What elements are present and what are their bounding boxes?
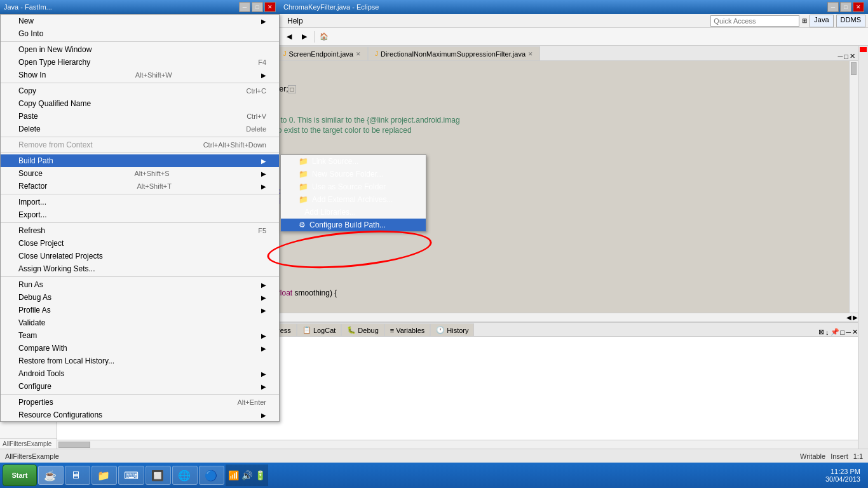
ctx-resource-configs[interactable]: Resource Configurations ▶ [1, 409, 279, 421]
ctx-refresh[interactable]: Refresh F5 [1, 224, 279, 237]
bp-new-source-folder-icon: 📁 [299, 170, 308, 179]
bp-link-source[interactable]: 📁 Link Source... [281, 155, 426, 168]
taskbar-app1-icon: 🔲 [151, 470, 164, 482]
taskbar-sys-tray: 📶 🔊 🔋 [226, 464, 268, 486]
ctx-validate[interactable]: Validate [1, 316, 279, 329]
ctx-remove-context: Remove from Context Ctrl+Alt+Shift+Down [1, 139, 279, 151]
bp-configure-build-path[interactable]: ⚙ Configure Build Path... [281, 219, 426, 231]
ctx-paste-shortcut: Ctrl+V [247, 112, 266, 120]
ctx-properties-label: Properties [18, 398, 53, 407]
taskbar-chrome[interactable]: 🌐 [172, 466, 198, 485]
ctx-android-tools-arrow: ▶ [261, 370, 266, 377]
ctx-refactor[interactable]: Refactor Alt+Shift+T ▶ [1, 180, 279, 193]
taskbar-monitor[interactable]: 🖥 [65, 466, 90, 485]
ctx-source-arrow: ▶ [261, 170, 266, 177]
ctx-delete[interactable]: Delete Delete [1, 123, 279, 135]
ctx-refactor-arrow: ▶ [261, 183, 266, 190]
bp-new-source-folder-label: New Source Folder... [312, 170, 383, 179]
clock-date: 30/04/2013 [825, 475, 860, 483]
ctx-delete-label: Delete [18, 125, 41, 133]
ctx-restore-local[interactable]: Restore from Local History... [1, 355, 279, 367]
ctx-copy-qualified[interactable]: Copy Qualified Name [1, 97, 279, 110]
ctx-open-new-window[interactable]: Open in New Window [1, 46, 279, 56]
ctx-delete-shortcut: Delete [246, 125, 266, 133]
bp-add-external[interactable]: 📁 Add External Archives... [281, 193, 426, 206]
ctx-compare-with-label: Compare With [18, 344, 67, 353]
ctx-android-tools-label: Android Tools [18, 369, 65, 378]
taskbar-app2[interactable]: 🔵 [199, 466, 224, 485]
bp-configure-icon: ⚙ [299, 220, 306, 229]
ctx-android-tools[interactable]: Android Tools ▶ [1, 367, 279, 380]
ctx-profile-as[interactable]: Profile As ▶ [1, 304, 279, 316]
taskbar-java[interactable]: ☕ [38, 466, 64, 485]
ctx-build-path-arrow: ▶ [261, 158, 266, 165]
taskbar-cmd[interactable]: ⌨ [118, 466, 144, 485]
taskbar-explorer[interactable]: 📁 [92, 466, 117, 485]
ctx-team-label: Team [18, 331, 37, 340]
ctx-source-shortcut: Alt+Shift+S [134, 170, 169, 177]
ctx-run-as-label: Run As [18, 280, 43, 289]
ctx-copy-shortcut: Ctrl+C [247, 87, 266, 95]
build-path-submenu: 📁 Link Source... 📁 New Source Folder... … [280, 154, 426, 232]
ctx-close-project[interactable]: Close Project [1, 237, 279, 250]
ctx-export[interactable]: Export... [1, 208, 279, 221]
ctx-build-path[interactable]: Build Path ▶ 📁 Link Source... 📁 New Sour… [1, 154, 279, 167]
ctx-export-label: Export... [18, 210, 47, 219]
ctx-configure[interactable]: Configure ▶ [1, 380, 279, 393]
ctx-copy-label: Copy [18, 86, 36, 95]
taskbar-app2-icon: 🔵 [205, 470, 217, 482]
taskbar-java-icon: ☕ [44, 470, 57, 482]
taskbar-cmd-icon: ⌨ [124, 470, 139, 482]
ctx-assign-working-sets-label: Assign Working Sets... [18, 264, 95, 273]
ctx-refactor-label: Refactor [18, 182, 47, 191]
ctx-open-type-hierarchy[interactable]: Open Type Hierarchy F4 [1, 56, 279, 69]
ctx-debug-as-arrow: ▶ [261, 294, 266, 301]
ctx-copy[interactable]: Copy Ctrl+C [1, 85, 279, 97]
bp-add-libraries-label: Add Libraries... [304, 208, 356, 217]
bp-use-as-source-label: Use as Source Folder [312, 182, 386, 191]
ctx-open-new-window-label: Open in New Window [18, 46, 92, 54]
ctx-sep-7 [1, 276, 279, 277]
ctx-remove-context-label: Remove from Context [18, 140, 93, 149]
ctx-open-type-hierarchy-shortcut: F4 [258, 58, 266, 66]
taskbar-clock[interactable]: 11:23 PM 30/04/2013 [820, 468, 865, 483]
context-menu-overlay: New ▶ Go Into Open in New Window Open Ty… [0, 46, 868, 449]
ctx-team[interactable]: Team ▶ [1, 329, 279, 342]
ctx-show-in[interactable]: Show In Alt+Shift+W ▶ [1, 69, 279, 81]
ctx-paste[interactable]: Paste Ctrl+V [1, 110, 279, 123]
ctx-source[interactable]: Source Alt+Shift+S ▶ [1, 167, 279, 180]
ctx-sep-5 [1, 194, 279, 194]
ctx-sep-2 [1, 83, 279, 83]
ctx-import-label: Import... [18, 198, 46, 207]
ctx-copy-qualified-label: Copy Qualified Name [18, 99, 91, 108]
bp-new-source-folder[interactable]: 📁 New Source Folder... [281, 168, 426, 180]
sys-battery-icon[interactable]: 🔋 [255, 470, 266, 480]
ctx-assign-working-sets[interactable]: Assign Working Sets... [1, 262, 279, 275]
ctx-debug-as[interactable]: Debug As ▶ [1, 291, 279, 304]
ctx-run-as[interactable]: Run As ▶ [1, 278, 279, 291]
ctx-properties[interactable]: Properties Alt+Enter [1, 396, 279, 409]
ctx-paste-label: Paste [18, 112, 38, 121]
start-button[interactable]: Start [3, 464, 37, 486]
ctx-refresh-shortcut: F5 [258, 227, 266, 234]
ctx-refactor-shortcut: Alt+Shift+T [137, 182, 171, 190]
taskbar-chrome-icon: 🌐 [178, 470, 191, 482]
taskbar-app1[interactable]: 🔲 [146, 466, 171, 485]
ctx-sep-8 [1, 394, 279, 395]
ctx-configure-label: Configure [18, 382, 51, 391]
ctx-configure-arrow: ▶ [261, 383, 266, 390]
windows-taskbar: Start ☕ 🖥 📁 ⌨ 🔲 🌐 🔵 📶 🔊 🔋 11:23 PM [0, 463, 868, 488]
ctx-compare-with[interactable]: Compare With ▶ [1, 342, 279, 355]
ctx-refresh-label: Refresh [18, 226, 45, 235]
bp-add-libraries[interactable]: Add Libraries... [281, 206, 426, 219]
ctx-import[interactable]: Import... [1, 196, 279, 208]
ctx-resource-configs-label: Resource Configurations [18, 410, 102, 419]
context-menu: New ▶ Go Into Open in New Window Open Ty… [0, 46, 280, 422]
taskbar-monitor-icon: 🖥 [71, 470, 81, 481]
sys-network-icon[interactable]: 📶 [228, 470, 239, 480]
bp-use-as-source[interactable]: 📁 Use as Source Folder [281, 180, 426, 193]
sys-volume-icon[interactable]: 🔊 [241, 470, 252, 480]
ctx-debug-as-label: Debug As [18, 293, 51, 302]
ctx-close-unrelated[interactable]: Close Unrelated Projects [1, 250, 279, 262]
ctx-profile-as-arrow: ▶ [261, 307, 266, 314]
